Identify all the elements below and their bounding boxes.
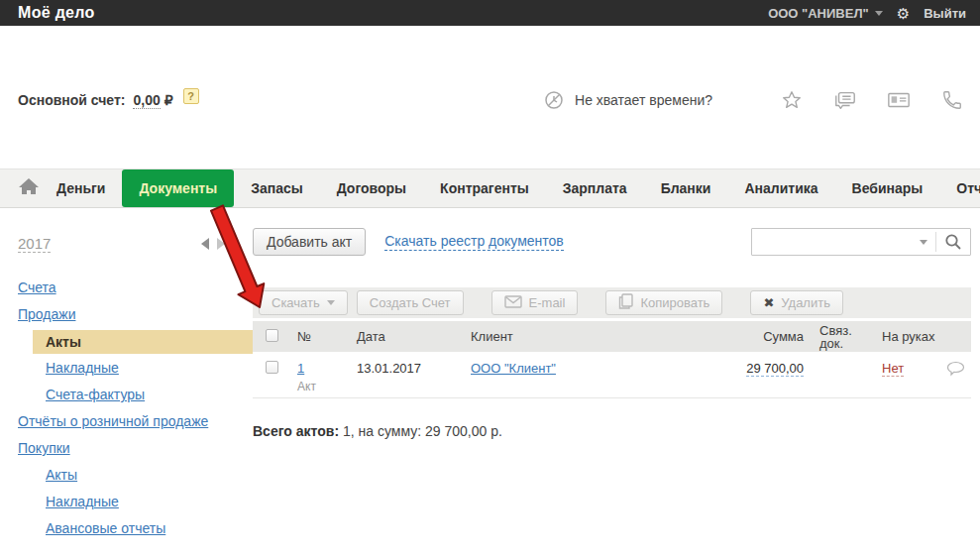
- chevron-down-icon: [327, 300, 335, 305]
- company-name: ООО "АНИВЕЛ": [768, 6, 869, 21]
- help-badge[interactable]: ?: [183, 88, 199, 104]
- currency-symbol: ₽: [164, 92, 173, 108]
- col-header-linked[interactable]: Связ. док.: [808, 321, 872, 352]
- account-balance: Основной счет: 0,00 ₽ ?: [18, 92, 199, 109]
- chevron-down-icon: [875, 11, 883, 16]
- top-bar: Моё дело ООО "АНИВЕЛ" ⚙ Выйти: [0, 0, 980, 26]
- delete-button[interactable]: ✖ Удалить: [750, 290, 843, 315]
- sidebar-item-purchases[interactable]: Покупки: [0, 435, 253, 462]
- tab-contracts[interactable]: Договоры: [320, 169, 423, 207]
- tab-reports[interactable]: Отчеты: [939, 169, 980, 207]
- contact-card-icon[interactable]: [887, 88, 911, 112]
- doc-sum[interactable]: 29 700,00: [746, 361, 804, 377]
- summary-line: Всего актов: 1, на сумму: 29 700,00 р.: [253, 423, 971, 439]
- client-link[interactable]: ООО "Клиент": [471, 361, 556, 376]
- phone-icon[interactable]: [940, 88, 964, 112]
- no-time-label: Не хватает времени?: [575, 92, 712, 108]
- email-button[interactable]: E-mail: [491, 290, 579, 315]
- sidebar: 2017 Счета Продажи Акты Накладные Счета-…: [0, 208, 253, 542]
- col-header-date[interactable]: Дата: [357, 321, 471, 352]
- app-logo[interactable]: Моё дело: [18, 4, 95, 22]
- account-balance-label: Основной счет:: [18, 92, 125, 108]
- tab-home[interactable]: [18, 169, 40, 207]
- sidebar-item-invoices[interactable]: Счета: [0, 275, 253, 301]
- search-icon[interactable]: [936, 229, 970, 255]
- document-toolbar: Скачать Создать Счет E-mail Копировать ✖…: [253, 287, 971, 318]
- sidebar-item-retail-reports[interactable]: Отчёты о розничной продаже: [0, 408, 253, 435]
- main-panel: Добавить акт Скачать реестр документов С…: [253, 208, 980, 542]
- search-box: [751, 228, 971, 256]
- star-icon[interactable]: [780, 88, 804, 112]
- col-header-sum[interactable]: Сумма: [723, 321, 808, 352]
- sidebar-item-acts-active[interactable]: Акты: [33, 330, 253, 354]
- clock-icon: [542, 88, 566, 112]
- copy-icon: [618, 293, 633, 312]
- sidebar-item-invoices-factura[interactable]: Счета-фактуры: [0, 382, 253, 408]
- sidebar-item-sales[interactable]: Продажи: [0, 301, 253, 328]
- header-icons: Не хватает времени?: [542, 88, 964, 112]
- main-navigation: Деньги Документы Запасы Договоры Контраг…: [0, 168, 980, 208]
- tab-money[interactable]: Деньги: [40, 169, 122, 207]
- table-row: 1 Акт 13.01.2017 ООО "Клиент" 29 700,00 …: [253, 352, 971, 397]
- company-selector[interactable]: ООО "АНИВЕЛ": [768, 6, 883, 21]
- doc-date: 13.01.2017: [357, 352, 471, 397]
- home-icon: [18, 176, 40, 200]
- table-header-row: № Дата Клиент Сумма Связ. док. На руках: [253, 321, 971, 352]
- on-hands-toggle[interactable]: Нет: [882, 361, 904, 377]
- row-checkbox[interactable]: [266, 361, 278, 374]
- create-invoice-button[interactable]: Создать Счет: [357, 290, 464, 315]
- summary-value: 1, на сумму: 29 700,00 р.: [339, 423, 502, 439]
- add-act-button[interactable]: Добавить акт: [253, 228, 366, 256]
- sidebar-item-purchase-waybills[interactable]: Накладные: [0, 489, 253, 515]
- doc-type-label: Акт: [297, 380, 357, 393]
- tab-forms[interactable]: Бланки: [644, 169, 728, 207]
- logout-button[interactable]: Выйти: [924, 6, 966, 21]
- comment-icon[interactable]: [946, 361, 965, 380]
- tab-analytics[interactable]: Аналитика: [727, 169, 834, 207]
- download-registry-link[interactable]: Скачать реестр документов: [384, 233, 564, 251]
- sidebar-item-waybills[interactable]: Накладные: [0, 355, 253, 382]
- documents-table: № Дата Клиент Сумма Связ. док. На руках …: [253, 321, 971, 398]
- col-header-client[interactable]: Клиент: [471, 321, 723, 352]
- year-filter[interactable]: 2017: [18, 235, 51, 253]
- copy-button[interactable]: Копировать: [605, 290, 722, 315]
- sidebar-item-purchase-acts[interactable]: Акты: [0, 462, 253, 489]
- gear-icon[interactable]: ⚙: [897, 6, 910, 21]
- col-header-on-hands[interactable]: На руках: [872, 321, 946, 352]
- header-row: Основной счет: 0,00 ₽ ? Не хватает време…: [0, 85, 980, 115]
- account-balance-value[interactable]: 0,00: [133, 92, 160, 109]
- search-input[interactable]: [752, 230, 912, 254]
- tab-stock[interactable]: Запасы: [234, 169, 320, 207]
- no-time-link[interactable]: Не хватает времени?: [542, 88, 712, 112]
- year-prev-icon[interactable]: [201, 238, 209, 250]
- col-header-num[interactable]: №: [297, 321, 357, 352]
- tab-documents[interactable]: Документы: [122, 169, 234, 207]
- doc-number-link[interactable]: 1: [297, 361, 304, 376]
- envelope-icon: [504, 295, 522, 311]
- sidebar-item-advance-reports[interactable]: Авансовые отчеты: [0, 515, 253, 542]
- download-button[interactable]: Скачать: [259, 290, 348, 315]
- select-all-checkbox[interactable]: [266, 329, 278, 342]
- search-dropdown-icon[interactable]: [912, 240, 935, 245]
- tab-counterparties[interactable]: Контрагенты: [423, 169, 546, 207]
- tab-salary[interactable]: Зарплата: [546, 169, 644, 207]
- tab-webinars[interactable]: Вебинары: [835, 169, 940, 207]
- year-next-icon[interactable]: [217, 238, 225, 250]
- delete-x-icon: ✖: [763, 296, 774, 309]
- summary-label: Всего актов:: [253, 423, 339, 439]
- chat-icon[interactable]: [833, 88, 857, 112]
